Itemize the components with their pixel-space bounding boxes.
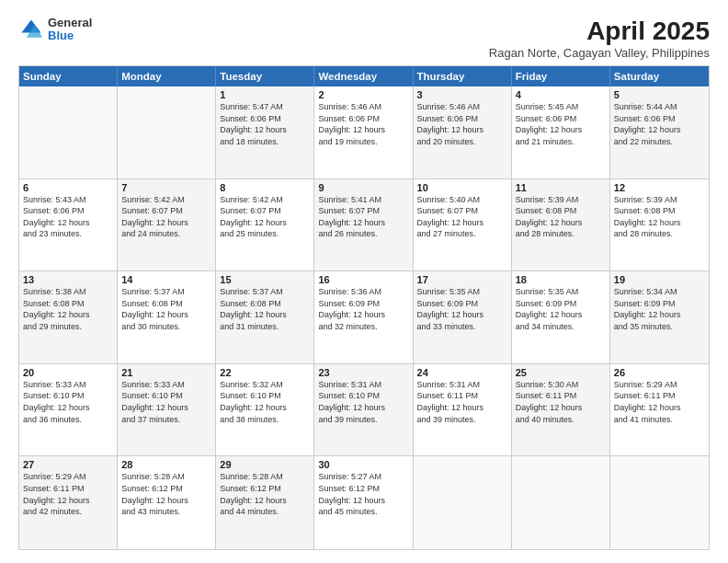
header-day: Wednesday bbox=[314, 66, 413, 86]
cell-line: Sunrise: 5:33 AM bbox=[23, 379, 113, 391]
day-number: 18 bbox=[516, 274, 606, 285]
cell-line: Sunrise: 5:29 AM bbox=[614, 379, 705, 391]
cell-line: Sunset: 6:12 PM bbox=[121, 483, 211, 495]
cell-line: Sunrise: 5:35 AM bbox=[417, 286, 507, 298]
calendar-cell: 17Sunrise: 5:35 AMSunset: 6:09 PMDayligh… bbox=[414, 271, 512, 363]
page: General Blue April 2025 Ragan Norte, Cag… bbox=[0, 0, 728, 563]
cell-line: Sunrise: 5:37 AM bbox=[220, 286, 310, 298]
cell-line: Sunrise: 5:36 AM bbox=[318, 286, 408, 298]
cell-line: Sunset: 6:09 PM bbox=[318, 298, 408, 310]
cell-line: Daylight: 12 hours bbox=[318, 495, 408, 507]
cell-line: Sunset: 6:07 PM bbox=[220, 205, 310, 217]
calendar-week: 1Sunrise: 5:47 AMSunset: 6:06 PMDaylight… bbox=[19, 86, 709, 179]
cell-line: Sunrise: 5:32 AM bbox=[220, 379, 310, 391]
month-year: April 2025 bbox=[489, 17, 710, 46]
day-number: 8 bbox=[220, 182, 310, 193]
cell-line: Sunrise: 5:44 AM bbox=[614, 101, 705, 113]
cell-line: Sunset: 6:11 PM bbox=[516, 390, 606, 402]
day-number: 23 bbox=[318, 367, 408, 378]
cell-line: Sunset: 6:08 PM bbox=[220, 298, 310, 310]
logo-icon bbox=[18, 17, 44, 42]
calendar-cell: 9Sunrise: 5:41 AMSunset: 6:07 PMDaylight… bbox=[314, 179, 413, 271]
cell-line: Sunset: 6:07 PM bbox=[417, 205, 507, 217]
title-block: April 2025 Ragan Norte, Cagayan Valley, … bbox=[489, 17, 710, 60]
header-day: Tuesday bbox=[216, 66, 314, 86]
header-day: Thursday bbox=[414, 66, 512, 86]
day-number: 7 bbox=[121, 182, 211, 193]
cell-line: Daylight: 12 hours bbox=[121, 402, 211, 414]
calendar-cell: 6Sunrise: 5:43 AMSunset: 6:06 PMDaylight… bbox=[19, 179, 118, 271]
cell-line: and 32 minutes. bbox=[318, 321, 408, 333]
calendar-cell: 25Sunrise: 5:30 AMSunset: 6:11 PMDayligh… bbox=[512, 364, 610, 456]
header-day: Friday bbox=[512, 66, 610, 86]
day-number: 14 bbox=[121, 274, 211, 285]
cell-line: Sunset: 6:06 PM bbox=[417, 113, 507, 125]
cell-line: Daylight: 12 hours bbox=[318, 217, 408, 229]
cell-line: and 19 minutes. bbox=[318, 136, 408, 148]
cell-line: and 29 minutes. bbox=[23, 321, 113, 333]
header-day: Sunday bbox=[19, 66, 118, 86]
day-number: 26 bbox=[614, 367, 705, 378]
cell-line: and 28 minutes. bbox=[516, 228, 606, 240]
cell-line: and 39 minutes. bbox=[318, 414, 408, 426]
cell-line: and 26 minutes. bbox=[318, 228, 408, 240]
cell-line: and 25 minutes. bbox=[220, 228, 310, 240]
cell-line: Sunset: 6:11 PM bbox=[614, 390, 705, 402]
cell-line: and 37 minutes. bbox=[121, 414, 211, 426]
calendar-cell: 23Sunrise: 5:31 AMSunset: 6:10 PMDayligh… bbox=[314, 364, 413, 456]
cell-line: Sunrise: 5:39 AM bbox=[516, 194, 606, 206]
day-number: 15 bbox=[220, 274, 310, 285]
cell-line: Sunrise: 5:33 AM bbox=[121, 379, 211, 391]
cell-line: Sunrise: 5:41 AM bbox=[318, 194, 408, 206]
logo-blue: Blue bbox=[48, 29, 92, 42]
calendar-week: 27Sunrise: 5:29 AMSunset: 6:11 PMDayligh… bbox=[19, 456, 709, 549]
cell-line: Daylight: 12 hours bbox=[121, 495, 211, 507]
cell-line: Sunset: 6:06 PM bbox=[516, 113, 606, 125]
cell-line: Daylight: 12 hours bbox=[614, 124, 705, 136]
cell-line: Sunrise: 5:39 AM bbox=[614, 194, 705, 206]
cell-line: Daylight: 12 hours bbox=[614, 402, 705, 414]
cell-line: Sunset: 6:09 PM bbox=[516, 298, 606, 310]
day-number: 11 bbox=[516, 182, 606, 193]
calendar-cell: 30Sunrise: 5:27 AMSunset: 6:12 PMDayligh… bbox=[314, 456, 413, 549]
cell-line: Sunset: 6:12 PM bbox=[318, 483, 408, 495]
cell-line: Sunrise: 5:42 AM bbox=[121, 194, 211, 206]
calendar-cell: 5Sunrise: 5:44 AMSunset: 6:06 PMDaylight… bbox=[610, 86, 709, 178]
calendar-cell bbox=[512, 456, 610, 549]
cell-line: Daylight: 12 hours bbox=[220, 309, 310, 321]
cell-line: and 31 minutes. bbox=[220, 321, 310, 333]
cell-line: and 18 minutes. bbox=[220, 136, 310, 148]
cell-line: and 21 minutes. bbox=[516, 136, 606, 148]
day-number: 24 bbox=[417, 367, 507, 378]
cell-line: Sunset: 6:08 PM bbox=[516, 205, 606, 217]
cell-line: and 24 minutes. bbox=[121, 228, 211, 240]
header: General Blue April 2025 Ragan Norte, Cag… bbox=[18, 17, 710, 60]
cell-line: Sunrise: 5:37 AM bbox=[121, 286, 211, 298]
day-number: 10 bbox=[417, 182, 507, 193]
calendar-cell: 16Sunrise: 5:36 AMSunset: 6:09 PMDayligh… bbox=[314, 271, 413, 363]
cell-line: Sunset: 6:12 PM bbox=[220, 483, 310, 495]
calendar-cell: 27Sunrise: 5:29 AMSunset: 6:11 PMDayligh… bbox=[19, 456, 118, 549]
calendar-cell: 3Sunrise: 5:46 AMSunset: 6:06 PMDaylight… bbox=[414, 86, 512, 178]
cell-line: Sunrise: 5:46 AM bbox=[417, 101, 507, 113]
cell-line: Sunrise: 5:43 AM bbox=[23, 194, 113, 206]
logo-text: General Blue bbox=[48, 17, 92, 43]
cell-line: Daylight: 12 hours bbox=[220, 217, 310, 229]
cell-line: Sunset: 6:10 PM bbox=[121, 390, 211, 402]
cell-line: and 20 minutes. bbox=[417, 136, 507, 148]
cell-line: Daylight: 12 hours bbox=[23, 402, 113, 414]
cell-line: Sunset: 6:09 PM bbox=[614, 298, 705, 310]
day-number: 6 bbox=[23, 182, 113, 193]
cell-line: Daylight: 12 hours bbox=[417, 402, 507, 414]
location: Ragan Norte, Cagayan Valley, Philippines bbox=[489, 46, 710, 60]
cell-line: Sunrise: 5:45 AM bbox=[516, 101, 606, 113]
cell-line: and 35 minutes. bbox=[614, 321, 705, 333]
cell-line: Sunset: 6:10 PM bbox=[318, 390, 408, 402]
logo-general: General bbox=[48, 17, 92, 29]
calendar-week: 20Sunrise: 5:33 AMSunset: 6:10 PMDayligh… bbox=[19, 364, 709, 457]
calendar-cell: 7Sunrise: 5:42 AMSunset: 6:07 PMDaylight… bbox=[118, 179, 216, 271]
calendar-cell: 19Sunrise: 5:34 AMSunset: 6:09 PMDayligh… bbox=[610, 271, 709, 363]
calendar-week: 13Sunrise: 5:38 AMSunset: 6:08 PMDayligh… bbox=[19, 271, 709, 364]
day-number: 20 bbox=[23, 367, 113, 378]
calendar-cell bbox=[610, 456, 709, 549]
